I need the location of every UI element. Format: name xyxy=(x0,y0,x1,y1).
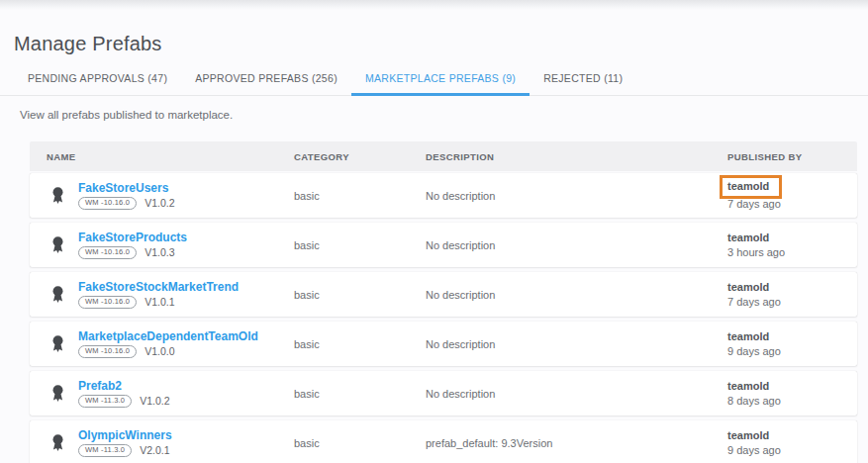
name-cell: Prefab2 WM -11.3.0 V1.0.2 xyxy=(30,380,294,408)
category-cell: basic xyxy=(294,437,426,449)
table-row: MarketplaceDependentTeamOld WM -10.16.0 … xyxy=(30,322,857,366)
publisher-name: teamold xyxy=(727,380,769,392)
published-time: 9 days ago xyxy=(727,444,781,456)
published-time: 9 days ago xyxy=(727,345,781,357)
published-by-cell: teamold 3 hours ago xyxy=(727,231,857,260)
published-time: 8 days ago xyxy=(727,395,781,407)
publisher-highlight-target[interactable]: teamold xyxy=(727,231,769,245)
medal-icon xyxy=(49,235,66,254)
table-row: FakeStoreStockMarketTrend WM -10.16.0 V1… xyxy=(30,272,857,317)
column-header-category: CATEGORY xyxy=(294,151,426,162)
prefab-name-link[interactable]: FakeStoreProducts xyxy=(78,232,187,244)
publisher-name: teamold xyxy=(727,232,769,243)
prefab-name-link[interactable]: FakeStoreUsers xyxy=(78,182,175,195)
publisher-name: teamold xyxy=(727,180,769,192)
table-row: FakeStoreUsers WM -10.16.0 V1.0.2 basic … xyxy=(30,173,857,218)
table-header: NAME CATEGORY DESCRIPTION PUBLISHED BY xyxy=(30,141,857,171)
publisher-highlight-target[interactable]: teamold xyxy=(727,280,769,295)
description-cell: No description xyxy=(426,190,727,202)
prefab-name-link[interactable]: FakeStoreStockMarketTrend xyxy=(78,281,239,294)
published-time: 3 hours ago xyxy=(727,246,785,258)
platform-version-badge: WM -11.3.0 xyxy=(78,444,132,457)
prefab-table-body: FakeStoreUsers WM -10.16.0 V1.0.2 basic … xyxy=(30,173,857,463)
published-by-cell: teamold 7 days ago xyxy=(727,179,857,212)
name-cell: FakeStoreStockMarketTrend WM -10.16.0 V1… xyxy=(30,281,294,309)
category-cell: basic xyxy=(294,190,426,202)
name-cell: OlympicWinners WM -11.3.0 V2.0.1 xyxy=(30,429,294,457)
name-cell: FakeStoreProducts WM -10.16.0 V1.0.3 xyxy=(30,232,294,259)
medal-icon xyxy=(49,433,66,452)
publisher-highlight-target[interactable]: teamold xyxy=(720,175,782,199)
top-toolbar-shadow xyxy=(0,0,868,10)
prefab-version: V1.0.2 xyxy=(140,395,169,407)
published-by-cell: teamold 9 days ago xyxy=(727,428,857,458)
prefab-version: V1.0.0 xyxy=(145,345,174,357)
tab-rejected[interactable]: REJECTED (11) xyxy=(530,72,636,96)
description-cell: No description xyxy=(426,388,727,400)
published-by-cell: teamold 9 days ago xyxy=(727,329,857,359)
name-cell: FakeStoreUsers WM -10.16.0 V1.0.2 xyxy=(30,182,294,210)
platform-version-badge: WM -10.16.0 xyxy=(78,296,137,309)
publisher-name: teamold xyxy=(727,281,769,293)
published-by-cell: teamold 8 days ago xyxy=(727,379,857,409)
description-cell: No description xyxy=(426,338,727,350)
description-cell: No description xyxy=(426,239,727,251)
prefab-name-link[interactable]: Prefab2 xyxy=(78,380,170,393)
prefab-version: V1.0.2 xyxy=(145,197,174,209)
published-by-cell: teamold 7 days ago xyxy=(727,280,857,310)
publisher-highlight-target[interactable]: teamold xyxy=(727,379,769,394)
category-cell: basic xyxy=(294,289,426,301)
prefab-version: V1.0.3 xyxy=(145,246,174,258)
tab-approved-prefabs[interactable]: APPROVED PREFABS (256) xyxy=(181,72,351,96)
medal-icon xyxy=(49,285,66,304)
prefab-table: NAME CATEGORY DESCRIPTION PUBLISHED BY F… xyxy=(30,141,857,463)
published-time: 7 days ago xyxy=(727,198,781,210)
prefab-version: V2.0.1 xyxy=(140,444,169,456)
medal-icon xyxy=(49,186,66,205)
table-row: FakeStoreProducts WM -10.16.0 V1.0.3 bas… xyxy=(30,223,857,267)
prefab-name-link[interactable]: OlympicWinners xyxy=(78,429,172,442)
table-row: Prefab2 WM -11.3.0 V1.0.2 basic No descr… xyxy=(30,371,857,416)
category-cell: basic xyxy=(294,338,426,350)
publisher-name: teamold xyxy=(727,330,769,342)
publisher-highlight-target[interactable]: teamold xyxy=(727,428,769,443)
tab-bar: PENDING APPROVALS (47) APPROVED PREFABS … xyxy=(0,69,868,96)
page-description: View all prefabs published to marketplac… xyxy=(20,109,868,121)
description-cell: No description xyxy=(426,289,727,301)
category-cell: basic xyxy=(294,239,426,251)
name-cell: MarketplaceDependentTeamOld WM -10.16.0 … xyxy=(30,330,294,358)
column-header-description: DESCRIPTION xyxy=(426,151,727,162)
publisher-highlight-target[interactable]: teamold xyxy=(727,329,769,344)
prefab-name-link[interactable]: MarketplaceDependentTeamOld xyxy=(78,330,258,343)
platform-version-badge: WM -11.3.0 xyxy=(78,395,132,408)
table-row: OlympicWinners WM -11.3.0 V2.0.1 basic p… xyxy=(30,420,857,463)
prefab-version: V1.0.1 xyxy=(145,296,174,308)
publisher-name: teamold xyxy=(727,429,769,441)
platform-version-badge: WM -10.16.0 xyxy=(78,197,137,210)
medal-icon xyxy=(49,334,66,353)
description-cell: prefab_default: 9.3Version xyxy=(426,437,727,449)
page-title: Manage Prefabs xyxy=(14,33,868,55)
column-header-published-by: PUBLISHED BY xyxy=(727,151,857,162)
platform-version-badge: WM -10.16.0 xyxy=(78,345,137,358)
tab-marketplace-prefabs[interactable]: MARKETPLACE PREFABS (9) xyxy=(351,72,530,96)
column-header-name: NAME xyxy=(30,151,294,162)
medal-icon xyxy=(49,384,66,403)
category-cell: basic xyxy=(294,388,426,400)
tab-pending-approvals[interactable]: PENDING APPROVALS (47) xyxy=(14,72,181,96)
platform-version-badge: WM -10.16.0 xyxy=(78,246,137,259)
published-time: 7 days ago xyxy=(727,296,781,308)
